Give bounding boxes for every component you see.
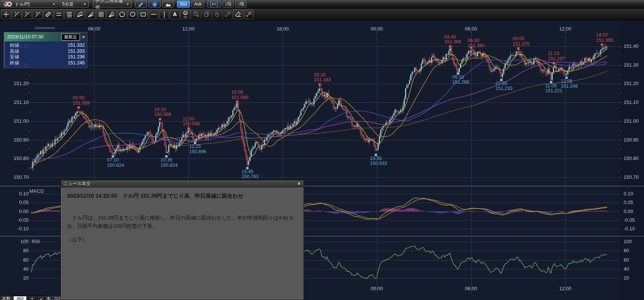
info-button[interactable]: i (148, 1, 161, 8)
panel-grip-handle[interactable] (35, 27, 55, 29)
rsi-axis-label-right: 40 (624, 266, 629, 272)
annotation-price: 151.386 (444, 40, 461, 45)
horizontal-line-tool-button[interactable] (149, 9, 159, 19)
close-value: 151.245 (68, 60, 85, 66)
price-axis-label-right: 151.30 (624, 62, 639, 68)
high-label: 高値 (10, 49, 19, 55)
ask-button[interactable]: Ask (191, 1, 204, 8)
timeframe-dropdown[interactable]: 5分足 ▼ (60, 1, 89, 8)
annotation-price: 151.375 (512, 42, 529, 47)
macd-axis-label-left: 0.05 (4, 199, 29, 205)
macd-axis-label-left: -0.05 (4, 217, 29, 223)
swing-high-marker (159, 118, 161, 120)
news-body: ドル円は、151.39円までじり高に推移し、昨日の高値に面合わせした。米10年債… (67, 214, 297, 230)
object-settings-tool-button[interactable] (244, 9, 254, 19)
macd-axis-label-left: 0.00 (4, 209, 29, 214)
gann-lines-icon (108, 11, 115, 18)
ruler-tool-button[interactable] (43, 9, 53, 19)
crosshair-tool-button[interactable] (1, 9, 11, 19)
fib-retracement-tool-button[interactable] (64, 9, 74, 19)
high-value: 151.333 (68, 49, 85, 55)
fib-timezones-icon (97, 11, 105, 18)
zoom-out-button[interactable] (222, 1, 234, 8)
bid-button[interactable]: Bid (177, 1, 190, 8)
open-label: 始値 (10, 43, 19, 49)
icon-stamp-tool-button[interactable]: icon (181, 9, 190, 19)
open-value: 151.332 (68, 43, 85, 49)
fib-timezones-tool-button[interactable] (96, 9, 106, 19)
rsi-axis-label-left: 20 (4, 275, 29, 281)
copy-object-tool-button[interactable] (202, 9, 211, 19)
chart-mode-button[interactable] (207, 1, 221, 8)
news-popup-titlebar[interactable]: ニュース本文 × (61, 180, 304, 187)
annotation-price: 150.948 (183, 122, 200, 127)
low-label: 安値 (10, 54, 19, 60)
close-icon[interactable]: × (82, 35, 86, 39)
mountain-snapshot-icon (165, 2, 171, 7)
zoom-in-icon (238, 2, 244, 7)
fan-arc-tool-button[interactable] (75, 9, 85, 19)
pentagon-tool-button[interactable] (117, 9, 127, 19)
swing-annotation: 11:15151.297 (548, 51, 565, 61)
annotation-time: 11:05 (545, 84, 562, 89)
annotation-time: 15:05 (231, 90, 248, 95)
copy-object-icon (203, 11, 210, 18)
annotation-price: 150.763 (242, 174, 259, 180)
draw-pencil-button[interactable] (135, 1, 147, 8)
annotation-time: 06:00 (468, 38, 485, 44)
crosshair-icon (2, 11, 10, 18)
time-pointer-tool-button[interactable] (191, 9, 201, 19)
ohlc-header[interactable]: 2023/11/10 07:30 最新足 × (4, 32, 87, 41)
swing-annotation: 05:10151.268 (452, 75, 469, 85)
price-axis-label-right: 151.10 (624, 99, 639, 105)
close-icon[interactable]: × (297, 181, 301, 186)
eraser-tool-button[interactable] (233, 9, 243, 19)
bar-count-input[interactable]: 450 (13, 296, 27, 300)
pair-dropdown[interactable]: ドル/円 ▼ (1, 1, 58, 8)
rsi-axis-label-right: 20 (624, 275, 629, 281)
annotation-time: 23:55 (370, 156, 387, 161)
count-increase-button[interactable]: ▲ (37, 296, 45, 300)
annotation-price: 151.090 (231, 95, 248, 101)
zoom-in-button[interactable] (235, 1, 246, 8)
annotation-time: 04:40 (444, 35, 461, 40)
rectangle-tool-button[interactable] (138, 9, 148, 19)
annotation-price: 150.998 (154, 112, 171, 117)
trendline-2-tool-button[interactable]: 2 (22, 9, 32, 19)
swing-high-marker (517, 47, 520, 50)
swing-high-marker (318, 83, 321, 86)
gann-lines-tool-button[interactable] (107, 9, 116, 19)
latest-bar-button[interactable]: 最新足 (61, 34, 80, 41)
macd-axis-label-right: -0.05 (624, 217, 635, 223)
fx-chart-app: ドル/円 ▼ 5分足 ▼ テクニカル選択 ▼ i Bid Ask (0, 0, 644, 300)
parallel-lines-tool-button[interactable] (54, 9, 64, 19)
rectangle-icon (139, 11, 147, 18)
swing-high-marker (236, 101, 239, 103)
news-popup-title: ニュース本文 (63, 181, 297, 187)
ellipse-tool-button[interactable] (128, 9, 138, 19)
edit-object-tool-button[interactable] (223, 9, 233, 19)
drawing-toolbar: 123Aicon (0, 9, 644, 20)
trendline-3-tool-button[interactable]: 3 (33, 9, 43, 19)
rsi-axis-label-left: 40 (4, 266, 29, 272)
annotation-price: 151.233 (496, 86, 512, 91)
text-icon: A (171, 11, 179, 18)
trendline-1-tool-button[interactable]: 1 (12, 9, 21, 19)
ask-label: Ask (194, 2, 202, 7)
technical-select-button[interactable]: テクニカル選択 ▼ (93, 1, 132, 8)
vertical-line-tool-button[interactable] (159, 9, 169, 19)
annotation-time: 05:00 (73, 96, 90, 101)
bid-label: Bid (180, 2, 187, 7)
snapshot-button[interactable] (162, 1, 174, 8)
swing-annotation: 12:25150.896 (189, 144, 206, 154)
swing-high-marker (77, 106, 80, 109)
count-decrease-button[interactable]: ▼ (28, 296, 36, 300)
svg-text:2: 2 (25, 11, 27, 14)
text-tool-button[interactable]: A (170, 9, 180, 19)
swing-annotation: 20:20151.183 (314, 73, 331, 83)
trendline-3-icon: 3 (34, 11, 41, 18)
hand-move-tool-button[interactable] (212, 9, 222, 19)
annotation-time: 12:00 (183, 117, 200, 122)
speed-lines-tool-button[interactable] (86, 9, 95, 19)
time-axis-label-bottom: 06:00 (465, 286, 477, 291)
